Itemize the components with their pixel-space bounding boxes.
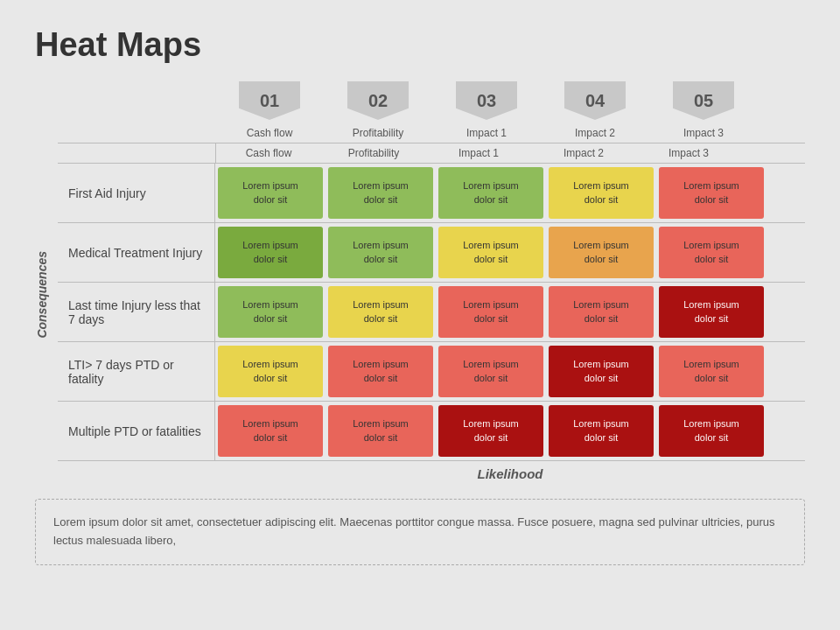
col-label-header: Impact 2 (531, 144, 636, 163)
heat-cell: Lorem ipsum dolor sit (438, 167, 543, 219)
col-header-wrapper: 05Impact 3 (651, 81, 756, 143)
col-label: Impact 2 (542, 123, 648, 143)
heat-cell: Lorem ipsum dolor sit (328, 346, 433, 397)
row-label: Multiple PTD or fatalities (58, 402, 215, 460)
heat-cell: Lorem ipsum dolor sit (659, 286, 764, 338)
arrow-badge: 02 (347, 81, 409, 120)
col-header-wrapper: 03Impact 1 (434, 81, 539, 143)
heat-cell: Lorem ipsum dolor sit (328, 227, 433, 278)
main-content: Consequences 01Cash flow02Profitability0… (35, 81, 805, 481)
consequences-label: Consequences (35, 251, 49, 339)
heat-cell: Lorem ipsum dolor sit (218, 286, 323, 338)
table-row: First Aid InjuryLorem ipsum dolor sitLor… (58, 164, 805, 223)
heat-cell: Lorem ipsum dolor sit (659, 227, 764, 278)
col-label: Impact 3 (651, 123, 756, 143)
table-row: Multiple PTD or fatalitiesLorem ipsum do… (58, 402, 805, 461)
header-row: Cash flowProfitabilityImpact 1Impact 2Im… (58, 144, 805, 164)
arrow-badge: 05 (673, 81, 734, 120)
heat-cell: Lorem ipsum dolor sit (328, 405, 433, 457)
heat-cell: Lorem ipsum dolor sit (218, 405, 323, 457)
page: Heat Maps Consequences 01Cash flow02Prof… (0, 0, 840, 630)
footer-text: Lorem ipsum dolor sit amet, consectetuer… (53, 515, 774, 547)
table-row: Last time Injury less that 7 daysLorem i… (58, 283, 805, 342)
table-row: LTI> 7 days PTD or fatalityLorem ipsum d… (58, 342, 805, 402)
heat-cell: Lorem ipsum dolor sit (549, 405, 654, 457)
table-row: Medical Treatment InjuryLorem ipsum dolo… (58, 223, 805, 283)
heat-cell: Lorem ipsum dolor sit (549, 167, 654, 219)
heat-cell: Lorem ipsum dolor sit (438, 346, 543, 397)
col-label-header: Profitability (321, 144, 426, 163)
row-label: Last time Injury less that 7 days (58, 283, 215, 341)
col-label-header: Cash flow (216, 144, 321, 163)
heat-cell: Lorem ipsum dolor sit (659, 346, 764, 397)
page-title: Heat Maps (35, 26, 805, 64)
heat-cell: Lorem ipsum dolor sit (659, 405, 764, 457)
column-headers: 01Cash flow02Profitability03Impact 104Im… (215, 81, 805, 143)
heat-table: Cash flowProfitabilityImpact 1Impact 2Im… (58, 143, 805, 461)
heat-cell: Lorem ipsum dolor sit (549, 346, 654, 397)
col-label: Cash flow (217, 123, 322, 143)
heat-cell: Lorem ipsum dolor sit (549, 286, 654, 338)
table-section: 01Cash flow02Profitability03Impact 104Im… (58, 81, 805, 481)
heat-cell: Lorem ipsum dolor sit (218, 167, 323, 219)
heat-cell: Lorem ipsum dolor sit (549, 227, 654, 278)
arrow-badge: 03 (456, 81, 517, 120)
heat-cell: Lorem ipsum dolor sit (328, 167, 433, 219)
heat-cell: Lorem ipsum dolor sit (659, 167, 764, 219)
heat-cell: Lorem ipsum dolor sit (218, 227, 323, 278)
col-label: Impact 1 (434, 123, 539, 143)
col-label: Profitability (326, 123, 430, 143)
heat-cell: Lorem ipsum dolor sit (438, 405, 543, 457)
col-header-wrapper: 04Impact 2 (542, 81, 648, 143)
col-header-wrapper: 02Profitability (326, 81, 430, 143)
likelihood-label: Likelihood (215, 466, 805, 481)
col-label-header: Impact 1 (426, 144, 531, 163)
row-label: Medical Treatment Injury (58, 223, 215, 282)
footer-box: Lorem ipsum dolor sit amet, consectetuer… (35, 499, 805, 565)
arrow-badge: 04 (564, 81, 626, 120)
heat-cell: Lorem ipsum dolor sit (218, 346, 323, 397)
col-label-header: Impact 3 (636, 144, 741, 163)
col-header-wrapper: 01Cash flow (217, 81, 322, 143)
heat-cell: Lorem ipsum dolor sit (438, 227, 543, 278)
heat-cell: Lorem ipsum dolor sit (328, 286, 433, 338)
heat-cell: Lorem ipsum dolor sit (438, 286, 543, 338)
row-label: First Aid Injury (58, 164, 215, 222)
arrow-badge: 01 (239, 81, 300, 120)
row-label: LTI> 7 days PTD or fatality (58, 342, 215, 401)
